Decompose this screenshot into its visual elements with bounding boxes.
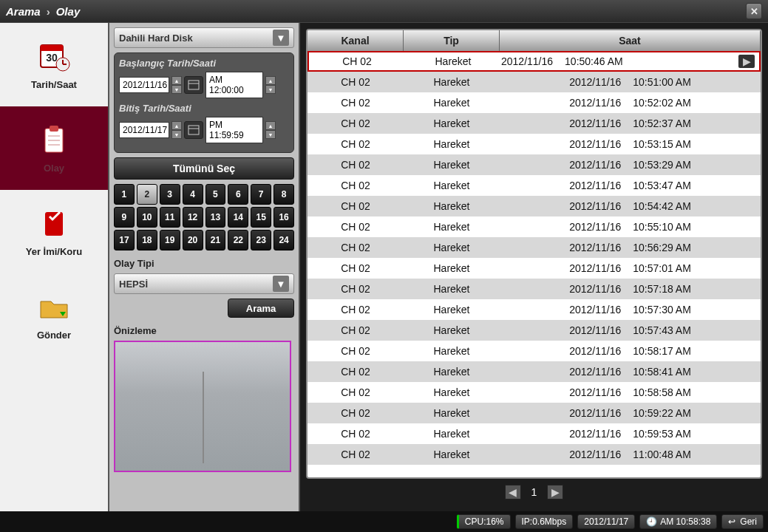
channel-button-17[interactable]: 17 [114,230,135,250]
table-row[interactable]: CH 02Hareket2012/11/1610:59:22 AM [307,403,761,423]
select-all-button[interactable]: Tümünü Seç [114,157,294,180]
table-row[interactable]: CH 02Hareket2012/11/1610:50:46 AM▶ [307,51,761,72]
cell-datetime: 2012/11/1610:53:29 AM [500,159,761,171]
channel-button-21[interactable]: 21 [205,230,226,250]
channel-button-20[interactable]: 20 [183,230,203,250]
channel-button-13[interactable]: 13 [205,207,226,228]
chevron-down-icon: ▼ [273,30,289,46]
results-panel: Kanal Tip Saat CH 02Hareket2012/11/1610:… [300,23,768,511]
channel-button-16[interactable]: 16 [273,207,294,228]
start-date-spinner[interactable]: ▲▼ [171,76,182,94]
table-row[interactable]: CH 02Hareket2012/11/1610:55:10 AM [307,216,761,237]
cell-channel: CH 02 [307,324,404,336]
table-row[interactable]: CH 02Hareket2012/11/1610:57:30 AM [307,299,761,320]
channel-button-8[interactable]: 8 [273,184,294,205]
storage-select[interactable]: Dahili Hard Disk ▼ [114,27,294,48]
cell-datetime: 2012/11/1610:51:00 AM [500,76,761,88]
table-row[interactable]: CH 02Hareket2012/11/1610:58:58 AM [307,382,761,403]
bookmark-icon [36,206,72,242]
cell-datetime: 2012/11/1610:52:02 AM [500,97,761,109]
table-row[interactable]: CH 02Hareket2012/11/1610:54:42 AM [307,196,761,216]
table-row[interactable]: CH 02Hareket2012/11/1610:56:29 AM [307,237,761,258]
start-calendar-button[interactable] [184,76,203,94]
titlebar: Arama › Olay ✕ [0,0,768,22]
channel-button-2[interactable]: 2 [137,184,157,205]
cell-datetime: 2012/11/1610:53:15 AM [500,138,761,150]
table-row[interactable]: CH 02Hareket2012/11/1610:58:17 AM [307,341,761,361]
nav-bookmark[interactable]: Yer İmi/Koru [0,190,108,273]
table-row[interactable]: CH 02Hareket2012/11/1610:57:01 AM [307,258,761,279]
channel-button-11[interactable]: 11 [160,207,180,228]
channel-button-12[interactable]: 12 [183,207,203,228]
status-cpu: CPU:16% [457,514,511,529]
channel-button-14[interactable]: 14 [228,207,248,228]
status-bar: CPU:16% IP:0.6Mbps 2012/11/17 🕘 AM 10:58… [0,511,768,532]
table-row[interactable]: CH 02Hareket2012/11/1610:53:15 AM [307,134,761,154]
table-row[interactable]: CH 02Hareket2012/11/1610:52:37 AM [307,113,761,134]
start-label: Başlangıç Tarih/Saati [119,58,289,69]
close-button[interactable]: ✕ [746,3,762,19]
table-row[interactable]: CH 02Hareket2012/11/1610:57:43 AM [307,320,761,341]
channel-button-15[interactable]: 15 [251,207,271,228]
table-row[interactable]: CH 02Hareket2012/11/1610:52:02 AM [307,92,761,113]
channel-button-24[interactable]: 24 [273,230,294,250]
end-time-input[interactable]: PM 11:59:59 [205,117,263,143]
table-row[interactable]: CH 02Hareket2012/11/1610:51:00 AM [307,72,761,92]
page-number: 1 [531,486,537,498]
channel-button-23[interactable]: 23 [251,230,271,250]
channel-button-22[interactable]: 22 [228,230,248,250]
start-time-input[interactable]: AM 12:00:00 [205,72,263,98]
cell-datetime: 2012/11/1610:58:17 AM [500,345,761,357]
table-row[interactable]: CH 02Hareket2012/11/1610:53:47 AM [307,175,761,196]
nav-datetime[interactable]: 30 Tarih/Saat [0,23,108,106]
cell-type: Hareket [404,407,500,419]
channel-button-4[interactable]: 4 [183,184,203,205]
calendar-clock-icon: 30 [36,39,72,75]
cell-datetime: 2012/11/1610:50:46 AM▶ [501,55,759,68]
channel-button-19[interactable]: 19 [160,230,180,250]
cell-channel: CH 02 [307,366,404,378]
cell-channel: CH 02 [307,159,404,171]
table-row[interactable]: CH 02Hareket2012/11/1610:58:41 AM [307,361,761,382]
channel-button-6[interactable]: 6 [228,184,248,205]
back-icon: ↩ [728,516,735,527]
table-row[interactable]: CH 02Hareket2012/11/1611:00:48 AM [307,444,761,465]
nav-export[interactable]: Gönder [0,273,108,357]
folder-export-icon [36,290,72,325]
nav-label: Olay [44,163,64,174]
end-calendar-button[interactable] [184,121,203,139]
end-date-input[interactable]: 2012/11/17 [119,122,169,138]
play-button[interactable]: ▶ [738,55,755,68]
start-date-input[interactable]: 2012/11/16 [119,77,169,93]
channel-button-3[interactable]: 3 [160,184,180,205]
page-next-button[interactable]: ▶ [547,485,563,499]
table-row[interactable]: CH 02Hareket2012/11/1610:57:18 AM [307,279,761,299]
event-type-label: Olay Tipi [114,258,294,269]
start-time-spinner[interactable]: ▲▼ [265,76,276,94]
channel-button-5[interactable]: 5 [205,184,226,205]
end-date-spinner[interactable]: ▲▼ [171,121,182,139]
table-row[interactable]: CH 02Hareket2012/11/1610:53:29 AM [307,154,761,175]
nav-event[interactable]: Olay [0,106,108,190]
chevron-right-icon: › [47,5,50,18]
clock-icon: 🕘 [646,516,657,527]
search-button[interactable]: Arama [228,299,294,318]
breadcrumb: Arama › Olay [6,5,80,18]
page-prev-button[interactable]: ◀ [505,485,521,499]
back-button[interactable]: ↩ Geri [721,514,764,529]
cell-type: Hareket [404,449,500,460]
cell-channel: CH 02 [309,55,405,67]
channel-button-10[interactable]: 10 [137,207,157,228]
channel-button-9[interactable]: 9 [114,207,135,228]
channel-button-1[interactable]: 1 [114,184,135,205]
cell-datetime: 2012/11/1610:59:53 AM [500,428,761,440]
end-time-spinner[interactable]: ▲▼ [265,121,276,139]
event-type-select[interactable]: HEPSİ ▼ [114,273,294,294]
table-row[interactable]: CH 02Hareket2012/11/1610:59:53 AM [307,423,761,444]
table-body: CH 02Hareket2012/11/1610:50:46 AM▶CH 02H… [307,51,761,477]
chevron-down-icon: ▼ [273,276,289,292]
channel-button-18[interactable]: 18 [137,230,157,250]
channel-button-7[interactable]: 7 [251,184,271,205]
cell-datetime: 2012/11/1610:53:47 AM [500,180,761,191]
cell-channel: CH 02 [307,200,404,212]
